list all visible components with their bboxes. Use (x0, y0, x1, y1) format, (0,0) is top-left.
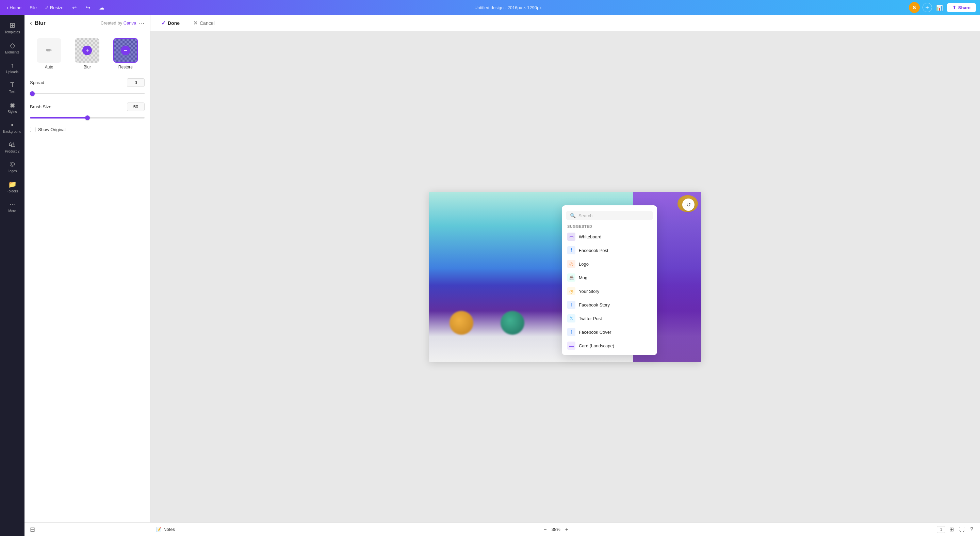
sidebar-item-templates[interactable]: ⊞ Templates (2, 18, 23, 37)
header: ‹ Home File ⤢ Resize ↩ ↪ ☁ Untitled desi… (0, 0, 490, 15)
sidebar-item-label: Uploads (6, 70, 19, 74)
sidebar-item-label: Logos (8, 169, 17, 173)
sidebar-item-label: Folders (6, 189, 18, 193)
canvas-area: ↺ 🔍 Search Suggested ▭ Whiteboard f Face… (150, 31, 490, 268)
sidebar-item-elements[interactable]: ◇ Elements (2, 38, 23, 57)
text-icon: T (10, 81, 14, 89)
cancel-label: Cancel (200, 21, 215, 26)
templates-icon: ⊞ (10, 21, 15, 29)
subtitle-prefix: Created by (101, 21, 124, 26)
sidebar-item-text[interactable]: T Text (2, 78, 23, 97)
restore-circle-icon: − (121, 46, 130, 55)
brush-size-label: Brush Size (30, 104, 51, 109)
checkmark-icon: ✓ (161, 20, 166, 26)
spread-slider-wrap (30, 89, 145, 96)
spread-label: Spread (30, 80, 44, 85)
done-label: Done (168, 21, 180, 26)
canvas[interactable] (429, 192, 490, 268)
auto-tool-label: Auto (45, 65, 53, 69)
blur-panel-title: Blur (35, 20, 98, 26)
sidebar-item-background[interactable]: ▪ Background (2, 118, 23, 137)
sidebar-item-product2[interactable]: 🛍 Product 2 (2, 138, 23, 156)
uploads-icon: ↑ (11, 61, 14, 69)
brush-size-row: Brush Size (30, 102, 145, 111)
done-button[interactable]: ✓ Done (157, 18, 184, 28)
spread-slider[interactable] (30, 93, 145, 94)
show-original-label[interactable]: Show Original (38, 127, 66, 132)
blur-tool-icon: + (75, 38, 99, 63)
file-button[interactable]: File (27, 4, 40, 11)
blur-subtitle: Created by Canva (101, 21, 137, 26)
blur-panel: ‹ Blur Created by Canva ··· ✏ Auto + Blu… (24, 15, 150, 268)
sidebar-item-label: Templates (5, 30, 20, 34)
show-original-row: Show Original (30, 127, 145, 132)
home-label: Home (10, 5, 21, 10)
blur-tools: ✏ Auto + Blur − Restore (24, 31, 150, 73)
auto-tool[interactable]: ✏ Auto (37, 38, 61, 69)
blur-tool[interactable]: + Blur (75, 38, 99, 69)
blur-panel-header: ‹ Blur Created by Canva ··· (24, 15, 150, 31)
redo-button[interactable]: ↪ (83, 2, 94, 13)
cancel-icon: ✕ (193, 20, 198, 26)
home-button[interactable]: ‹ Home (4, 4, 24, 11)
show-original-checkbox[interactable] (30, 127, 35, 132)
back-button[interactable]: ‹ (30, 19, 32, 27)
more-options-button[interactable]: ··· (139, 19, 145, 27)
elements-icon: ◇ (10, 41, 15, 49)
cancel-button[interactable]: ✕ Cancel (189, 18, 219, 28)
blur-circle-icon: + (82, 46, 92, 55)
header-center: Untitled design - 2016px × 1290px (474, 5, 490, 10)
cloud-save-button[interactable]: ☁ (96, 2, 107, 13)
brush-size-slider[interactable] (30, 117, 145, 118)
sidebar-item-more[interactable]: ··· More (2, 198, 23, 216)
left-sidebar: ⊞ Templates ◇ Elements ↑ Uploads T Text … (0, 15, 24, 268)
restore-tool-label: Restore (118, 65, 133, 69)
sidebar-item-styles[interactable]: ◉ Styles (2, 98, 23, 117)
brush-size-input[interactable] (127, 102, 145, 111)
sidebar-item-uploads[interactable]: ↑ Uploads (2, 59, 23, 77)
sidebar-item-label: Elements (5, 50, 19, 54)
restore-tool-icon: − (113, 38, 138, 63)
canva-link[interactable]: Canva (124, 21, 137, 26)
auto-icon: ✏ (37, 38, 61, 63)
brush-size-slider-wrap (30, 114, 145, 120)
chevron-left-icon: ‹ (7, 5, 8, 10)
sidebar-item-label: Styles (8, 110, 17, 114)
undo-button[interactable]: ↩ (69, 2, 80, 13)
more-icon: ··· (10, 200, 15, 208)
canvas-container: ↺ 🔍 Search Suggested ▭ Whiteboard f Face… (429, 192, 490, 268)
restore-tool[interactable]: − Restore (113, 38, 138, 69)
blur-controls: Spread Brush Size Show Original (24, 73, 150, 268)
background-icon: ▪ (11, 121, 13, 129)
sidebar-item-label: Background (3, 130, 21, 134)
resize-label: Resize (50, 5, 64, 10)
sidebar-item-label: Product 2 (5, 150, 20, 153)
document-title: Untitled design - 2016px × 1290px (474, 5, 490, 10)
blur-tool-label: Blur (84, 65, 91, 69)
spread-row: Spread (30, 78, 145, 87)
resize-button[interactable]: ⤢ Resize (42, 4, 66, 11)
folders-icon: 📁 (8, 180, 17, 188)
resize-icon: ⤢ (45, 5, 49, 10)
sidebar-item-folders[interactable]: 📁 Folders (2, 177, 23, 196)
styles-icon: ◉ (10, 101, 15, 109)
spread-input[interactable] (127, 78, 145, 87)
logos-icon: © (10, 160, 15, 168)
sidebar-item-label: More (8, 209, 16, 213)
header-left: ‹ Home File ⤢ Resize ↩ ↪ ☁ (4, 2, 107, 13)
sidebar-item-logos[interactable]: © Logos (2, 158, 23, 176)
product2-icon: 🛍 (9, 140, 16, 148)
sidebar-item-label: Text (9, 90, 15, 94)
